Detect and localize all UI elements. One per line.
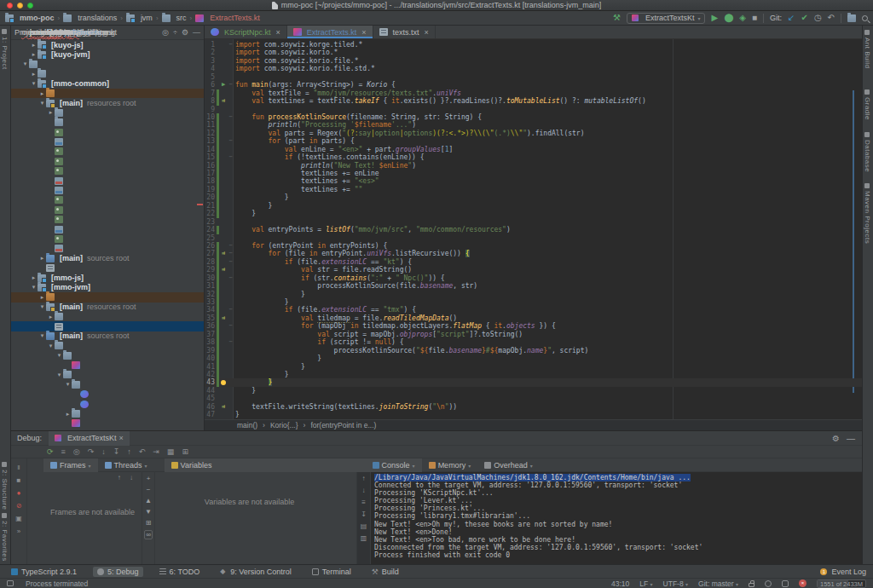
line-number[interactable]: 38: [205, 338, 217, 346]
show-execution-point-button[interactable]: ◎: [73, 447, 80, 456]
run-button[interactable]: ▶: [711, 13, 718, 23]
notifications-icon[interactable]: [782, 580, 789, 587]
tree-item[interactable]: korge-ui.psd: [11, 157, 204, 166]
debugger-settings-button[interactable]: ⊞: [182, 447, 188, 456]
close-tab-icon[interactable]: ×: [361, 28, 366, 37]
tree-collapse-arrow-icon[interactable]: ▾: [21, 61, 29, 67]
code-line[interactable]: 43 }: [205, 378, 862, 386]
code-line[interactable]: 36− for (mapObj in tiledmap.objectLayers…: [205, 322, 862, 330]
window-zoom-button[interactable]: [27, 3, 33, 9]
line-number[interactable]: 41: [205, 363, 217, 371]
line-number[interactable]: 4: [205, 65, 217, 72]
line-number[interactable]: 25: [205, 234, 217, 242]
tree-item[interactable]: ▸chara: [11, 108, 204, 118]
history-button[interactable]: ◷: [814, 13, 822, 23]
find-in-path-icon[interactable]: [847, 14, 856, 22]
editor-tab[interactable]: KScriptNpc.kt×: [205, 26, 287, 38]
debug-tab-frames[interactable]: Frames▾: [43, 458, 98, 472]
code-line[interactable]: 6▶−fun main(args: Array<String>) = Korio…: [205, 81, 862, 89]
console-panel[interactable]: ↑↓≡↧▤▥ /Library/Java/JavaVirtualMachines…: [357, 472, 862, 564]
fold-icon[interactable]: −: [228, 137, 234, 145]
git-branch-selector[interactable]: Git: master ▾: [698, 579, 738, 588]
line-number[interactable]: 2: [205, 49, 217, 56]
tree-item[interactable]: Princess: [11, 399, 204, 408]
drop-frame-button[interactable]: ↶: [139, 447, 146, 456]
tree-item[interactable]: Lever: [11, 389, 204, 399]
fold-icon[interactable]: −: [228, 322, 234, 330]
stripe-button[interactable]: 2: Structure: [1, 462, 9, 510]
window-minimize-button[interactable]: [17, 3, 23, 9]
stripe-button[interactable]: 1: Project: [1, 29, 9, 70]
line-number[interactable]: 1: [205, 41, 217, 49]
code-line[interactable]: 42 }: [205, 371, 862, 378]
locate-file-button[interactable]: ◎: [162, 28, 169, 37]
code-line[interactable]: 9: [205, 106, 862, 113]
git-update-button[interactable]: ↙: [788, 13, 795, 23]
code-line[interactable]: 8⇉ val textLines = textFile.takeIf { it.…: [205, 97, 862, 105]
code-line[interactable]: 21 }: [205, 202, 862, 210]
line-number[interactable]: 12: [205, 130, 217, 137]
editor-breadcrumb-item[interactable]: for(entryPoint in e...): [310, 421, 376, 429]
code-line[interactable]: 22 }: [205, 210, 862, 217]
line-number[interactable]: 42: [205, 371, 217, 378]
run-configuration-selector[interactable]: ExtractTextsKt ▾: [627, 13, 706, 24]
stripe-button[interactable]: 2: Favorites: [1, 513, 9, 562]
code-editor[interactable]: 1−import com.soywiz.korge.tiled.*2import…: [205, 39, 862, 419]
tree-item[interactable]: FrontendJvm.kt: [11, 360, 204, 370]
memory-indicator[interactable]: 1551 of 2433M: [817, 579, 866, 588]
line-number[interactable]: 45: [205, 395, 217, 402]
tree-expand-arrow-icon[interactable]: ▸: [30, 42, 38, 49]
tree-item[interactable]: quest-ready.png: [11, 215, 204, 224]
line-number[interactable]: 36: [205, 322, 217, 330]
force-step-into-button[interactable]: ↧: [113, 447, 120, 456]
line-number[interactable]: 8: [205, 97, 217, 105]
code-line[interactable]: 10− fun processKotlinSource(filename: St…: [205, 113, 862, 121]
fold-icon[interactable]: −: [228, 242, 234, 250]
tree-item[interactable]: ▸src [main]sources root: [11, 254, 204, 263]
caret-position[interactable]: 43:10: [611, 579, 629, 588]
view-breakpoints-button[interactable]: ●: [17, 489, 21, 497]
toolwindow-button[interactable]: ⚒Build: [367, 567, 403, 577]
tree-collapse-arrow-icon[interactable]: ▾: [55, 352, 63, 359]
debug-session-tab[interactable]: ExtractTextsKt ×: [49, 431, 130, 446]
toolwindow-button[interactable]: 6: TODO: [155, 567, 205, 577]
readonly-lock-icon[interactable]: [749, 583, 754, 587]
tree-collapse-arrow-icon[interactable]: ▾: [38, 100, 46, 107]
code-line[interactable]: 39 processKotlinSource("${file.basename}…: [205, 347, 862, 355]
line-number[interactable]: 34: [205, 306, 217, 314]
toolwindow-button[interactable]: 5: Debug: [93, 567, 143, 577]
hide-panel-button[interactable]: —: [193, 28, 200, 37]
scroll-to-end-button[interactable]: ↧: [361, 510, 367, 518]
fold-icon[interactable]: −: [228, 81, 234, 89]
step-out-button[interactable]: ↑: [127, 447, 131, 456]
stripe-button[interactable]: Gradle: [864, 89, 871, 120]
line-number[interactable]: 18: [205, 177, 217, 185]
breadcrumb-item[interactable]: translations: [63, 14, 117, 22]
tree-item[interactable]: tileset1.tsx: [11, 244, 204, 253]
tree-collapse-arrow-icon[interactable]: ▾: [38, 332, 46, 339]
debug-tab-threads[interactable]: Threads▾: [98, 458, 154, 472]
tree-collapse-arrow-icon[interactable]: ▾: [47, 343, 55, 349]
line-number[interactable]: 20: [205, 193, 217, 201]
code-line[interactable]: 20 }: [205, 193, 862, 201]
code-line[interactable]: 41 }: [205, 363, 862, 371]
print-button[interactable]: ▤: [361, 522, 367, 530]
tree-item[interactable]: .gitignore: [11, 263, 204, 273]
tree-item[interactable]: ▾resources [main]resources root: [11, 303, 204, 312]
line-number[interactable]: 23: [205, 218, 217, 226]
tree-item[interactable]: ▸js [kuyo-js]: [11, 40, 204, 49]
susp-gutter-icon[interactable]: ⇉: [219, 314, 228, 322]
tree-expand-arrow-icon[interactable]: ▸: [30, 71, 38, 78]
code-line[interactable]: 11 println("Processing '$filename'..."): [205, 121, 862, 129]
fold-icon[interactable]: −: [228, 153, 234, 161]
code-line[interactable]: 3import com.soywiz.korio.file.*: [205, 57, 862, 65]
tree-item[interactable]: ▾script: [11, 380, 204, 389]
toolwindow-button[interactable]: TypeScript 2.9.1: [7, 567, 81, 577]
close-icon[interactable]: ×: [119, 434, 124, 442]
editor-breadcrumb-item[interactable]: Korio{...}: [270, 421, 298, 429]
line-number[interactable]: 43: [205, 378, 217, 386]
line-number[interactable]: 31: [205, 282, 217, 290]
breadcrumb-item[interactable]: mmo-poc: [5, 14, 55, 22]
window-close-button[interactable]: [7, 3, 13, 9]
tree-item[interactable]: ▾common [mmo-common]: [11, 79, 204, 89]
